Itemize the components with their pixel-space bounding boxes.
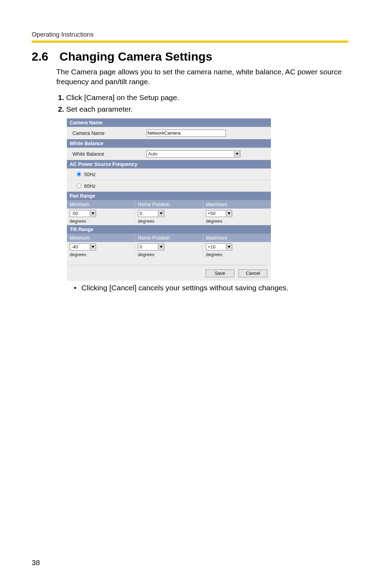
step-1: Click [Camera] on the Setup page. [66,92,348,103]
tilt-max-dropdown[interactable]: +10 [206,243,232,250]
intro-paragraph: The Camera page allows you to set the ca… [56,67,348,87]
camera-name-row: Camera Name [67,127,271,139]
cancel-note-text: Clicking [Cancel] cancels your settings … [81,284,288,292]
pan-min-dropdown[interactable]: -50 [70,210,96,217]
button-bar: Save Cancel [67,268,271,281]
tilt-values-row: -40 degrees 0 degrees +10 degrees [67,242,271,259]
camera-settings-panel: Camera Name Camera Name White Balance Wh… [67,118,271,281]
bullet-icon: • [74,284,81,292]
tilt-home-value: 0 [138,244,158,249]
camera-name-label: Camera Name [72,130,146,136]
svg-marker-4 [91,246,94,248]
running-header: Operating Instructions [32,31,348,38]
tilt-range-header: Tilt Range [67,225,271,234]
pan-min-unit: degrees [70,218,132,224]
white-balance-header: White Balance [67,139,271,148]
camera-name-header: Camera Name [67,118,271,127]
chevron-down-icon [90,244,96,250]
tilt-max-value: +10 [206,244,226,249]
cancel-button[interactable]: Cancel [239,270,267,277]
white-balance-value: Auto [147,151,234,156]
section-title: Changing Camera Settings [59,50,213,63]
tilt-home-unit: degrees [138,252,200,257]
tilt-home-dropdown[interactable]: 0 [138,243,164,250]
ac-50hz-radio[interactable] [77,172,81,177]
ac-50hz-label: 50Hz [84,172,96,177]
chevron-down-icon [226,244,232,250]
pan-values-row: -50 degrees 0 degrees +50 degrees [67,209,271,225]
pan-home-dropdown[interactable]: 0 [138,210,164,217]
chevron-down-icon [90,211,96,216]
save-button[interactable]: Save [205,270,234,277]
pan-home-value: 0 [138,211,158,216]
page-number: 38 [32,558,40,567]
ac-50hz-row[interactable]: 50Hz [67,168,271,180]
ac-60hz-radio[interactable] [77,184,81,188]
pan-col-home: Home Position [135,200,203,209]
white-balance-label: White Balance [72,151,146,157]
tilt-columns-header: Minimum Home Position Maximum [67,234,271,242]
chevron-down-icon [158,211,164,216]
chevron-down-icon [234,151,240,157]
tilt-col-home: Home Position [135,234,203,242]
svg-marker-5 [160,246,163,248]
step-2: Set each parameter. [66,104,348,115]
pan-min-value: -50 [70,211,90,216]
tilt-max-unit: degrees [206,252,268,257]
tilt-min-dropdown[interactable]: -40 [70,243,96,250]
pan-col-max: Maximum [203,200,271,209]
header-rule [32,41,348,43]
ac-60hz-row[interactable]: 60Hz [67,180,271,192]
ac-60hz-label: 60Hz [84,183,96,189]
svg-marker-6 [228,246,230,248]
white-balance-row: White Balance Auto [67,148,271,160]
svg-marker-1 [91,212,94,215]
pan-max-value: +50 [206,211,226,216]
svg-marker-2 [160,212,163,215]
tilt-min-value: -40 [70,244,90,249]
steps-list: Click [Camera] on the Setup page. Set ea… [56,92,348,115]
pan-max-unit: degrees [206,218,268,224]
svg-marker-0 [236,153,239,155]
tilt-min-unit: degrees [70,252,132,257]
pan-range-header: Pan Range [67,192,271,200]
svg-marker-3 [228,212,230,215]
section-number: 2.6 [32,50,56,63]
section-heading: 2.6 Changing Camera Settings [32,50,348,63]
tilt-col-min: Minimum [67,234,135,242]
pan-max-dropdown[interactable]: +50 [206,210,232,217]
pan-columns-header: Minimum Home Position Maximum [67,200,271,209]
chevron-down-icon [226,211,232,216]
pan-home-unit: degrees [138,218,200,224]
tilt-col-max: Maximum [203,234,271,242]
chevron-down-icon [158,244,164,250]
white-balance-dropdown[interactable]: Auto [146,150,240,157]
camera-name-input[interactable] [146,130,226,137]
panel-divider [70,265,268,265]
ac-frequency-header: AC Power Source Frequency [67,160,271,168]
cancel-note: •Clicking [Cancel] cancels your settings… [74,284,348,292]
pan-col-min: Minimum [67,200,135,209]
